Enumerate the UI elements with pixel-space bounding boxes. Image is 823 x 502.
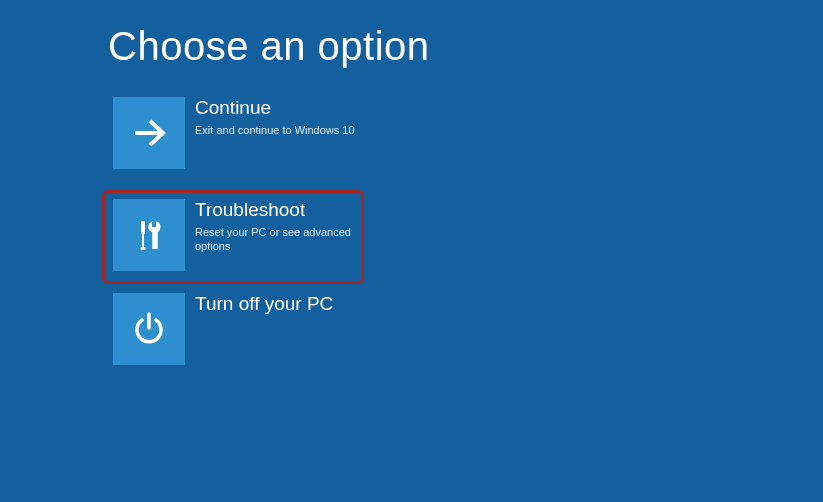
troubleshoot-text: Troubleshoot Reset your PC or see advanc… <box>195 199 365 253</box>
troubleshoot-title: Troubleshoot <box>195 199 365 222</box>
continue-text: Continue Exit and continue to Windows 10 <box>195 97 355 137</box>
troubleshoot-tile <box>113 199 185 271</box>
power-icon <box>127 307 171 351</box>
svg-rect-3 <box>141 247 146 250</box>
page-title: Choose an option <box>108 24 430 69</box>
tools-icon <box>127 213 171 257</box>
option-continue[interactable]: Continue Exit and continue to Windows 10 <box>108 92 370 174</box>
continue-tile <box>113 97 185 169</box>
turnoff-title: Turn off your PC <box>195 293 333 316</box>
continue-subtitle: Exit and continue to Windows 10 <box>195 123 355 137</box>
turnoff-tile <box>113 293 185 365</box>
option-troubleshoot[interactable]: Troubleshoot Reset your PC or see advanc… <box>108 194 370 276</box>
option-turnoff[interactable]: Turn off your PC <box>108 288 370 370</box>
turnoff-text: Turn off your PC <box>195 293 333 316</box>
arrow-right-icon <box>127 111 171 155</box>
svg-rect-2 <box>142 234 144 249</box>
continue-title: Continue <box>195 97 355 120</box>
options-list: Continue Exit and continue to Windows 10 <box>108 92 370 390</box>
svg-rect-1 <box>141 221 145 234</box>
troubleshoot-subtitle: Reset your PC or see advanced options <box>195 225 365 254</box>
